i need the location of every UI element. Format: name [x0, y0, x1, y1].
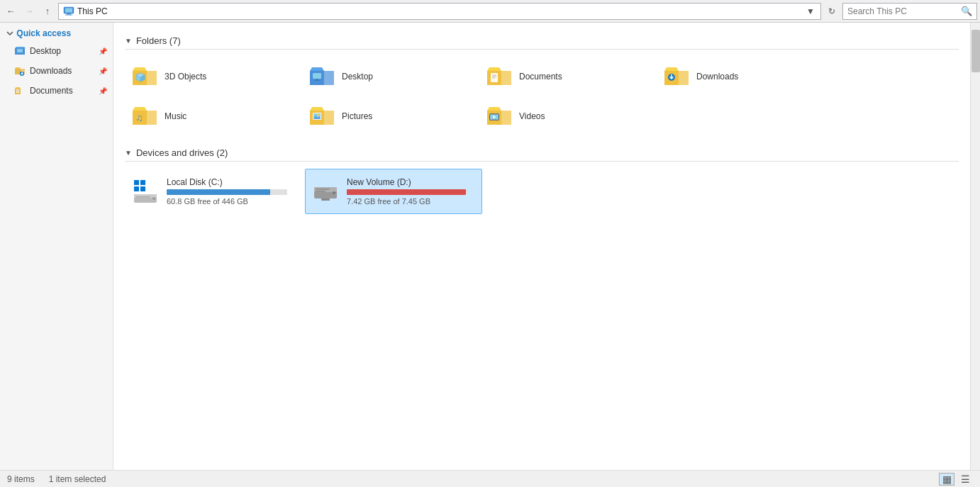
- svg-rect-31: [495, 113, 496, 115]
- svg-point-44: [152, 197, 155, 200]
- folder-item-documents[interactable]: Documents: [479, 57, 657, 96]
- svg-rect-15: [314, 80, 320, 81]
- svg-rect-49: [316, 191, 325, 192]
- d-drive-icon-wrap: [311, 177, 340, 206]
- sidebar-item-desktop[interactable]: Desktop 📌: [0, 41, 113, 61]
- svg-rect-40: [134, 186, 139, 191]
- details-view-button[interactable]: ☰: [957, 473, 973, 486]
- folder-item-pictures[interactable]: Pictures: [302, 96, 479, 136]
- content-area: ▼ Folders (7): [113, 23, 970, 470]
- address-text: This PC: [77, 6, 108, 16]
- pc-icon: [63, 6, 74, 17]
- back-button[interactable]: ←: [3, 4, 18, 19]
- folders-chevron[interactable]: ▼: [125, 37, 132, 45]
- pin-icon-2: 📌: [99, 67, 107, 75]
- main-container: Quick access Desktop 📌: [0, 23, 980, 470]
- folder-downloads-icon: [663, 65, 690, 89]
- svg-point-50: [333, 191, 335, 194]
- svg-rect-14: [316, 79, 318, 80]
- folders-section-header: ▼ Folders (7): [125, 35, 959, 50]
- folder-music-label: Music: [165, 111, 186, 121]
- drive-item-d[interactable]: New Volume (D:) 7.42 GB free of 7.45 GB: [305, 169, 482, 214]
- address-dropdown-btn[interactable]: ▼: [805, 3, 816, 20]
- folder-videos-label: Videos: [519, 111, 545, 121]
- forward-button[interactable]: →: [21, 4, 37, 19]
- sidebar-item-documents[interactable]: Documents 📌: [0, 81, 113, 101]
- svg-rect-35: [495, 119, 496, 121]
- view-controls: ▦ ☰: [939, 473, 973, 486]
- drives-grid: Local Disk (C:) 60.8 GB free of 446 GB: [125, 169, 959, 214]
- search-icon[interactable]: 🔍: [961, 6, 972, 16]
- c-drive-label: Local Disk (C:): [167, 177, 296, 187]
- c-drive-icon: [131, 177, 160, 206]
- folder-videos-icon: [486, 104, 513, 128]
- folder-pictures-label: Pictures: [342, 111, 372, 121]
- svg-rect-4: [17, 49, 23, 52]
- folder-music-icon: ♫: [131, 104, 158, 128]
- chevron-down-icon: [6, 29, 14, 38]
- d-drive-free: 7.42 GB free of 7.45 GB: [347, 197, 476, 206]
- c-drive-info: Local Disk (C:) 60.8 GB free of 446 GB: [167, 177, 296, 206]
- svg-rect-1: [65, 8, 72, 12]
- svg-rect-32: [498, 113, 499, 115]
- folder-item-music[interactable]: ♫ Music: [125, 96, 302, 136]
- quick-access-label: Quick access: [16, 28, 71, 38]
- svg-rect-3: [65, 14, 72, 15]
- folder-documents-label: Documents: [519, 72, 562, 82]
- svg-rect-13: [313, 73, 321, 79]
- pin-icon: 📌: [99, 47, 107, 55]
- folder-item-videos[interactable]: Videos: [479, 96, 657, 136]
- svg-rect-34: [492, 119, 494, 121]
- d-drive-label: New Volume (D:): [347, 177, 476, 187]
- sidebar-quick-access-header[interactable]: Quick access: [0, 26, 113, 41]
- up-button[interactable]: ↑: [40, 4, 55, 19]
- folder-3d-objects-icon-wrap: [130, 62, 159, 91]
- folder-pictures-icon: [308, 104, 335, 128]
- search-input[interactable]: [847, 6, 961, 16]
- drives-chevron[interactable]: ▼: [125, 149, 132, 157]
- d-drive-bar-bg: [347, 189, 467, 195]
- svg-rect-45: [136, 196, 150, 198]
- svg-rect-2: [67, 13, 71, 15]
- drive-item-c[interactable]: Local Disk (C:) 60.8 GB free of 446 GB: [125, 169, 302, 214]
- folder-item-3d-objects[interactable]: 3D Objects: [125, 57, 302, 96]
- folder-music-icon-wrap: ♫: [130, 102, 159, 130]
- title-bar: ← → ↑ This PC ▼ ↻ 🔍: [0, 0, 980, 23]
- documents-folder-icon: [14, 85, 26, 96]
- d-drive-bar-fill: [347, 189, 466, 195]
- refresh-button[interactable]: ↻: [824, 3, 840, 20]
- c-drive-free: 60.8 GB free of 446 GB: [167, 197, 296, 206]
- svg-text:♫: ♫: [135, 113, 143, 123]
- svg-point-26: [318, 114, 320, 116]
- search-box: 🔍: [842, 3, 977, 20]
- svg-rect-41: [140, 186, 145, 191]
- scrollbar[interactable]: [970, 23, 980, 470]
- desktop-folder-icon: [14, 45, 26, 57]
- folder-desktop-icon: [308, 65, 335, 89]
- c-drive-bar-bg: [167, 189, 287, 195]
- folders-title: Folders (7): [136, 35, 181, 46]
- svg-rect-30: [492, 113, 494, 115]
- folder-item-downloads[interactable]: Downloads: [657, 57, 834, 96]
- item-count: 9 items: [7, 474, 35, 484]
- selected-count: 1 item selected: [49, 474, 106, 484]
- svg-rect-51: [321, 198, 330, 201]
- scroll-thumb[interactable]: [971, 30, 980, 72]
- folder-documents-icon: [486, 65, 513, 89]
- large-icons-view-button[interactable]: ▦: [939, 473, 954, 486]
- sidebar-item-downloads[interactable]: Downloads 📌: [0, 61, 113, 81]
- svg-rect-39: [140, 180, 145, 185]
- sidebar-downloads-label: Downloads: [30, 66, 94, 76]
- pin-icon-3: 📌: [99, 87, 107, 95]
- folder-item-desktop[interactable]: Desktop: [302, 57, 479, 96]
- folder-3d-objects-icon: [131, 65, 158, 89]
- address-bar[interactable]: This PC ▼: [58, 3, 821, 20]
- c-drive-icon-wrap: [131, 177, 160, 206]
- folder-downloads-label: Downloads: [696, 72, 738, 82]
- folder-desktop-icon-wrap: [308, 62, 336, 91]
- svg-rect-33: [489, 119, 491, 121]
- folder-videos-icon-wrap: [485, 102, 513, 130]
- svg-rect-7: [16, 89, 19, 93]
- d-drive-icon: [311, 177, 340, 206]
- status-bar: 9 items 1 item selected ▦ ☰: [0, 470, 980, 487]
